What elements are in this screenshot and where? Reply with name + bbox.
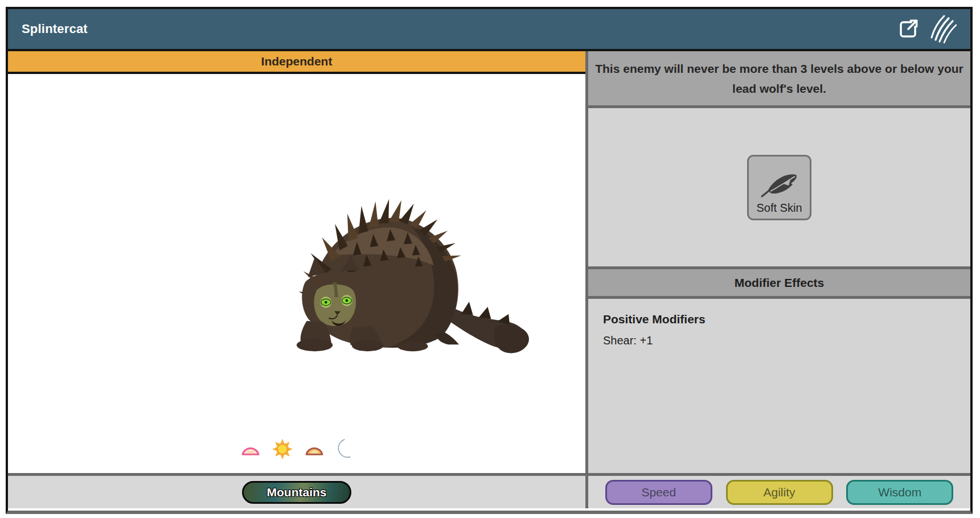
modifier-effects-body: Positive Modifiers Shear: +1: [588, 299, 970, 473]
enemy-info-window: Splintercat Independen: [6, 7, 973, 514]
dawn-icon: [240, 442, 261, 457]
active-times-row: [8, 438, 585, 461]
weakness-section: Soft Skin: [588, 108, 970, 269]
claw-marks-icon[interactable]: [929, 15, 957, 43]
stat-button-speed[interactable]: Speed: [605, 480, 712, 505]
faction-banner: Independent: [8, 51, 585, 74]
dusk-icon: [304, 442, 325, 457]
feather-icon: [758, 170, 801, 199]
level-note: This enemy will never be more than 3 lev…: [588, 51, 970, 108]
habitat-button-mountains[interactable]: Mountains: [242, 481, 351, 504]
footer-bar: Mountains Speed Agility Wisdom: [8, 473, 970, 508]
window-header: Splintercat: [8, 9, 970, 51]
enemy-title: Splintercat: [22, 22, 88, 36]
modifier-effects-header: Modifier Effects: [588, 269, 970, 299]
main-area: Independent: [8, 51, 970, 473]
stat-button-wisdom[interactable]: Wisdom: [846, 480, 953, 505]
day-icon: [271, 438, 294, 461]
weakness-soft-skin[interactable]: Soft Skin: [747, 155, 811, 220]
modifier-shear: Shear: +1: [603, 334, 956, 347]
header-icon-group: [897, 15, 957, 43]
splintercat-image: [265, 187, 536, 359]
enemy-display-panel: Independent: [8, 51, 585, 473]
positive-modifiers-title: Positive Modifiers: [603, 313, 956, 326]
weakness-label: Soft Skin: [756, 202, 802, 215]
enemy-stage: [8, 74, 585, 473]
night-icon: [335, 438, 354, 460]
external-link-icon[interactable]: [897, 18, 919, 40]
stat-button-agility[interactable]: Agility: [726, 480, 833, 505]
habitat-area: Mountains: [8, 476, 585, 508]
stat-buttons-area: Speed Agility Wisdom: [588, 476, 970, 508]
enemy-detail-panel: This enemy will never be more than 3 lev…: [588, 51, 970, 473]
